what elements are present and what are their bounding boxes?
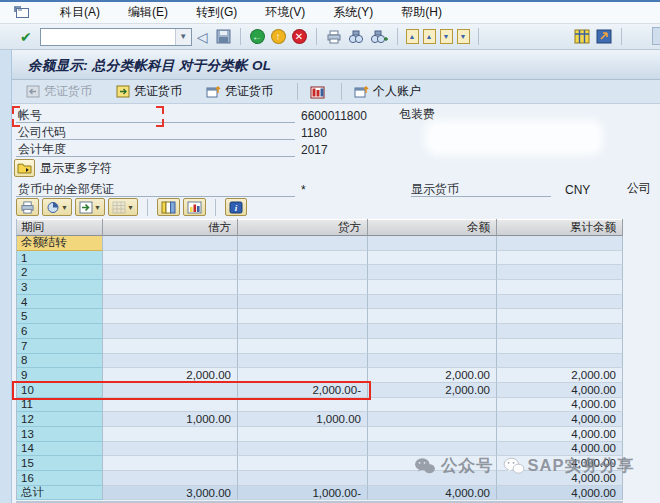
cumulative-balance-cell[interactable] bbox=[497, 280, 623, 295]
help-icon-cut[interactable] bbox=[652, 27, 660, 45]
back-triangle-icon[interactable]: ◁ bbox=[197, 29, 208, 45]
alv-info-button[interactable]: i bbox=[225, 198, 247, 216]
debit-cell[interactable]: 3,000.00 bbox=[103, 486, 238, 501]
cumulative-balance-cell[interactable] bbox=[497, 354, 623, 369]
alv-chart-button[interactable] bbox=[183, 198, 206, 216]
create-shortcut-icon[interactable] bbox=[596, 29, 612, 44]
debit-cell[interactable] bbox=[103, 280, 238, 295]
debit-cell[interactable] bbox=[103, 354, 238, 369]
debit-cell[interactable] bbox=[103, 339, 238, 354]
debit-cell[interactable] bbox=[103, 456, 238, 471]
balance-cell[interactable] bbox=[368, 236, 497, 251]
cumulative-balance-cell[interactable] bbox=[497, 339, 623, 354]
period-cell[interactable]: 2 bbox=[16, 265, 103, 280]
balance-cell[interactable] bbox=[368, 412, 497, 427]
next-page-icon[interactable]: ▼ bbox=[440, 29, 453, 44]
cumulative-balance-cell[interactable]: 4,000.00 bbox=[497, 412, 623, 427]
period-cell[interactable]: 4 bbox=[16, 295, 103, 310]
credit-cell[interactable] bbox=[238, 339, 368, 354]
period-cell[interactable]: 总计 bbox=[16, 486, 103, 501]
cancel-icon[interactable]: ✕ bbox=[292, 29, 307, 44]
credit-cell[interactable] bbox=[238, 427, 368, 442]
credit-cell[interactable] bbox=[238, 251, 368, 266]
credit-cell[interactable] bbox=[238, 456, 368, 471]
column-header[interactable]: 余额 bbox=[368, 219, 497, 236]
column-header[interactable]: 累计余额 bbox=[497, 219, 623, 236]
enter-check-icon[interactable]: ✔ bbox=[20, 29, 32, 45]
credit-cell[interactable] bbox=[238, 295, 368, 310]
balance-cell[interactable] bbox=[368, 324, 497, 339]
company-code-value[interactable]: 1180 bbox=[301, 126, 393, 140]
screen-menu-icon[interactable] bbox=[14, 6, 32, 20]
debit-cell[interactable] bbox=[103, 471, 238, 486]
sort-table-button[interactable] bbox=[304, 83, 331, 101]
command-input[interactable] bbox=[41, 29, 175, 45]
debit-cell[interactable] bbox=[103, 309, 238, 324]
command-field[interactable]: ▼ bbox=[40, 28, 192, 46]
account-value[interactable]: 6600011800 bbox=[301, 109, 393, 123]
period-cell[interactable]: 12 bbox=[16, 412, 103, 427]
cumulative-balance-cell[interactable]: 4,000.00 bbox=[497, 486, 623, 501]
credit-cell[interactable]: 1,000.00- bbox=[238, 486, 368, 501]
period-cell[interactable]: 7 bbox=[16, 339, 103, 354]
credit-cell[interactable] bbox=[238, 324, 368, 339]
period-cell[interactable]: 5 bbox=[16, 309, 103, 324]
first-page-icon[interactable]: ▲ bbox=[406, 29, 419, 44]
all-documents-currency-value[interactable]: * bbox=[301, 183, 411, 197]
debit-cell[interactable] bbox=[103, 251, 238, 266]
column-header[interactable]: 贷方 bbox=[238, 219, 368, 236]
menu-item-system[interactable]: 系统(Y) bbox=[319, 2, 387, 23]
period-cell[interactable]: 6 bbox=[16, 324, 103, 339]
balance-cell[interactable]: 4,000.00 bbox=[368, 486, 497, 501]
period-cell[interactable]: 13 bbox=[16, 427, 103, 442]
command-dropdown-icon[interactable]: ▼ bbox=[175, 29, 191, 45]
balance-cell[interactable] bbox=[368, 339, 497, 354]
document-currency-back-button[interactable]: 凭证货币 bbox=[20, 81, 98, 102]
debit-cell[interactable] bbox=[103, 442, 238, 457]
exit-icon[interactable]: ↑ bbox=[271, 29, 286, 44]
alv-layout-menu-button[interactable]: ▼ bbox=[108, 198, 138, 216]
balance-cell[interactable] bbox=[368, 295, 497, 310]
column-header[interactable]: 期间 bbox=[16, 219, 103, 236]
print-icon[interactable] bbox=[326, 30, 342, 44]
show-more-chars[interactable]: 显示更多字符 bbox=[14, 159, 112, 177]
document-currency-forward-button[interactable]: 凭证货币 bbox=[110, 81, 188, 102]
previous-page-icon[interactable]: ▲ bbox=[423, 29, 436, 44]
cumulative-balance-cell[interactable] bbox=[497, 236, 623, 251]
last-page-icon[interactable]: ▼ bbox=[457, 29, 470, 44]
credit-cell[interactable] bbox=[238, 471, 368, 486]
period-cell[interactable]: 8 bbox=[16, 354, 103, 369]
balance-cell[interactable] bbox=[368, 354, 497, 369]
alv-export-menu-button[interactable]: ▼ bbox=[75, 198, 105, 216]
menu-item-edit[interactable]: 编辑(E) bbox=[114, 2, 182, 23]
period-cell[interactable]: 15 bbox=[16, 456, 103, 471]
balance-cell[interactable] bbox=[368, 251, 497, 266]
display-currency-value[interactable]: CNY bbox=[565, 183, 627, 197]
debit-cell[interactable] bbox=[103, 295, 238, 310]
debit-cell[interactable]: 1,000.00 bbox=[103, 412, 238, 427]
cumulative-balance-cell[interactable]: 4,000.00 bbox=[497, 427, 623, 442]
menu-item-goto[interactable]: 转到(G) bbox=[182, 2, 251, 23]
document-currency-window-button[interactable]: 凭证货币 bbox=[200, 81, 279, 102]
menu-item-environment[interactable]: 环境(V) bbox=[251, 2, 319, 23]
save-icon[interactable] bbox=[216, 29, 231, 44]
alv-sort-menu-button[interactable]: ▼ bbox=[42, 198, 72, 216]
debit-cell[interactable] bbox=[103, 236, 238, 251]
debit-cell[interactable] bbox=[103, 324, 238, 339]
cumulative-balance-cell[interactable] bbox=[497, 324, 623, 339]
debit-cell[interactable] bbox=[103, 265, 238, 280]
credit-cell[interactable] bbox=[238, 442, 368, 457]
period-cell[interactable]: 余额结转 bbox=[16, 236, 103, 251]
cumulative-balance-cell[interactable] bbox=[497, 265, 623, 280]
credit-cell[interactable] bbox=[238, 236, 368, 251]
balance-cell[interactable] bbox=[368, 280, 497, 295]
cumulative-balance-cell[interactable]: 4,000.00 bbox=[497, 398, 623, 413]
back-icon[interactable]: ← bbox=[250, 29, 265, 44]
personal-account-button[interactable]: 个人账户 bbox=[348, 81, 427, 102]
alv-column-layout-button[interactable] bbox=[157, 198, 180, 216]
cumulative-balance-cell[interactable] bbox=[497, 251, 623, 266]
menu-item-help[interactable]: 帮助(H) bbox=[387, 2, 456, 23]
balance-cell[interactable]: 2,000.00 bbox=[368, 368, 497, 383]
cumulative-balance-cell[interactable]: 4,000.00 bbox=[497, 383, 623, 398]
column-header[interactable]: 借方 bbox=[103, 219, 238, 236]
